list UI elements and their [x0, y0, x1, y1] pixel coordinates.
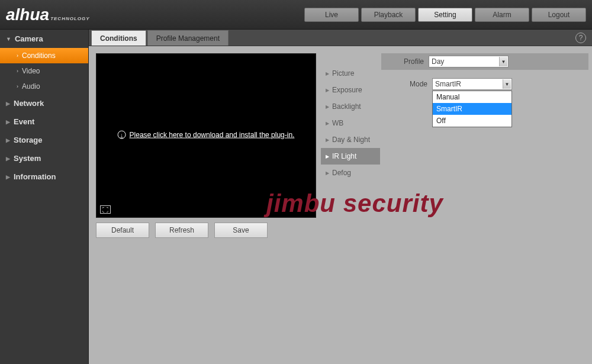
- sidebar-item-conditions[interactable]: › Conditions: [0, 48, 88, 63]
- tab-playback[interactable]: Playback: [361, 8, 416, 22]
- sidebar-item-label: Audio: [22, 82, 40, 91]
- chevron-right-icon: ›: [17, 53, 18, 59]
- refresh-button[interactable]: Refresh: [155, 223, 208, 238]
- setting-picture[interactable]: ▶Picture: [321, 65, 380, 82]
- sidebar-item-label: Video: [22, 67, 40, 75]
- fullscreen-icon[interactable]: ⛶: [100, 205, 111, 214]
- setting-label: Backlight: [332, 102, 361, 111]
- sidebar-group-event[interactable]: ▶ Event: [0, 112, 88, 131]
- sidebar-item-video[interactable]: › Video: [0, 63, 88, 79]
- chevron-down-icon: ▼: [499, 57, 507, 66]
- chevron-down-icon: ▼: [6, 36, 11, 42]
- sidebar-group-information[interactable]: ▶ Information: [0, 167, 88, 186]
- setting-label: Day & Night: [332, 136, 370, 144]
- header: alhua TECHNOLOGY Live Playback Setting A…: [0, 0, 592, 30]
- sidebar-group-system[interactable]: ▶ System: [0, 149, 88, 167]
- mode-option-smartir[interactable]: SmartIR: [433, 103, 511, 115]
- chevron-right-icon: ▶: [326, 121, 329, 126]
- mode-select[interactable]: SmartIR ▼: [432, 78, 512, 90]
- setting-backlight[interactable]: ▶Backlight: [321, 98, 380, 115]
- chevron-right-icon: ▶: [326, 88, 329, 93]
- settings-nav: ▶Picture ▶Exposure ▶Backlight ▶WB ▶Day &…: [321, 53, 380, 357]
- setting-defog[interactable]: ▶Defog: [321, 165, 380, 181]
- tab-logout[interactable]: Logout: [532, 8, 586, 22]
- plugin-msg-text: Please click here to download and instal…: [130, 131, 295, 139]
- main: Conditions Profile Management ? ↓ Please…: [89, 30, 592, 364]
- top-tabs: Live Playback Setting Alarm Logout: [304, 8, 586, 22]
- tab-alarm[interactable]: Alarm: [475, 8, 529, 22]
- download-icon: ↓: [118, 131, 126, 139]
- setting-label: Defog: [332, 169, 351, 177]
- mode-option-off[interactable]: Off: [433, 115, 511, 127]
- setting-daynight[interactable]: ▶Day & Night: [321, 131, 380, 148]
- profile-select[interactable]: Day ▼: [429, 56, 509, 67]
- brand-logo: alhua TECHNOLOGY: [6, 5, 90, 24]
- sidebar-label: Network: [14, 99, 44, 108]
- setting-label: IR Light: [332, 152, 356, 160]
- brand-name: alhua: [6, 5, 49, 24]
- plugin-download-link[interactable]: ↓ Please click here to download and inst…: [118, 131, 295, 139]
- brand-sub: TECHNOLOGY: [50, 16, 89, 21]
- chevron-right-icon: ▶: [326, 137, 329, 143]
- setting-exposure[interactable]: ▶Exposure: [321, 82, 380, 98]
- setting-label: WB: [332, 119, 343, 127]
- sub-tabs: Conditions Profile Management ?: [89, 30, 592, 46]
- chevron-right-icon: ▶: [326, 104, 329, 109]
- sidebar-item-label: Conditions: [22, 51, 56, 60]
- mode-label: Mode: [385, 80, 432, 88]
- setting-label: Picture: [332, 69, 354, 78]
- video-preview: ↓ Please click here to download and inst…: [96, 53, 316, 218]
- sub-tab-conditions[interactable]: Conditions: [91, 30, 146, 46]
- chevron-right-icon: ▶: [6, 174, 10, 180]
- mode-value: SmartIR: [435, 80, 461, 88]
- mode-option-manual[interactable]: Manual: [433, 91, 511, 103]
- content: ↓ Please click here to download and inst…: [89, 46, 592, 364]
- chevron-right-icon: ▶: [6, 101, 10, 107]
- setting-irlight[interactable]: ▶IR Light: [321, 148, 380, 165]
- sub-tab-profile-mgmt[interactable]: Profile Management: [147, 30, 229, 46]
- sidebar-group-network[interactable]: ▶ Network: [0, 94, 88, 112]
- chevron-right-icon: ▶: [326, 71, 329, 76]
- sidebar-label: Event: [14, 117, 34, 126]
- sidebar-group-storage[interactable]: ▶ Storage: [0, 131, 88, 149]
- chevron-right-icon: ▶: [6, 119, 10, 125]
- help-icon[interactable]: ?: [575, 33, 586, 43]
- chevron-right-icon: ›: [17, 83, 18, 89]
- tab-live[interactable]: Live: [304, 8, 359, 22]
- settings-form: Profile Day ▼ Mode SmartIR ▼ Manual Smar…: [385, 53, 585, 357]
- mode-dropdown: Manual SmartIR Off: [432, 91, 512, 127]
- profile-value: Day: [432, 57, 444, 66]
- sidebar-label: Information: [14, 172, 56, 181]
- tab-setting[interactable]: Setting: [418, 8, 472, 22]
- profile-row: Profile Day ▼: [381, 53, 588, 70]
- sidebar-group-camera[interactable]: ▼ Camera: [0, 30, 88, 48]
- profile-label: Profile: [381, 57, 429, 66]
- button-row: Default Refresh Save: [96, 223, 316, 238]
- sidebar-item-audio[interactable]: › Audio: [0, 79, 88, 94]
- default-button[interactable]: Default: [96, 223, 149, 238]
- mode-row: Mode SmartIR ▼: [385, 78, 585, 90]
- sidebar-label: Storage: [14, 136, 42, 144]
- setting-wb[interactable]: ▶WB: [321, 115, 380, 131]
- sidebar-label: System: [14, 154, 41, 163]
- chevron-right-icon: ▶: [6, 137, 10, 143]
- sidebar: ▼ Camera › Conditions › Video › Audio ▶ …: [0, 30, 89, 364]
- sidebar-label: Camera: [15, 34, 43, 43]
- chevron-right-icon: ›: [17, 68, 18, 74]
- chevron-right-icon: ▶: [6, 156, 10, 162]
- chevron-right-icon: ▶: [326, 154, 329, 159]
- chevron-right-icon: ▶: [326, 170, 329, 176]
- setting-label: Exposure: [332, 86, 362, 94]
- chevron-down-icon: ▼: [503, 79, 511, 89]
- save-button[interactable]: Save: [214, 223, 268, 238]
- left-column: ↓ Please click here to download and inst…: [96, 53, 316, 357]
